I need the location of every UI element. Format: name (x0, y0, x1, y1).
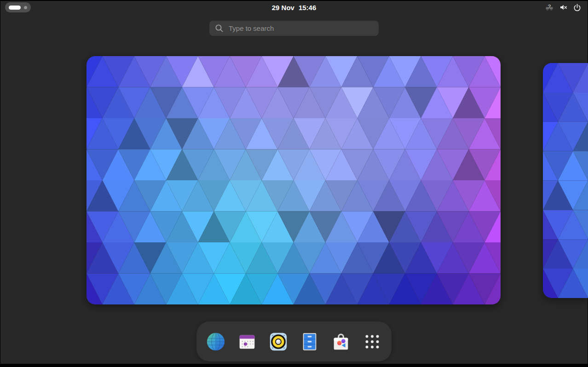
music-speaker-icon (268, 331, 289, 353)
workspace-preview-next[interactable] (543, 63, 588, 298)
dock-item-web-browser[interactable] (205, 331, 227, 353)
gnome-activities-overview: 29 Nov 15:46 ? (0, 0, 588, 367)
dash (196, 321, 392, 361)
calendar-icon (236, 331, 258, 352)
clock-date: 29 Nov (272, 4, 294, 11)
workspace-dot (24, 6, 27, 9)
dock-item-music[interactable] (267, 331, 289, 353)
app-grid-icon (362, 331, 383, 352)
dock-item-app-grid[interactable] (361, 331, 383, 353)
wallpaper (86, 56, 501, 304)
dock-item-software[interactable] (330, 331, 352, 353)
network-question-badge: ? (548, 4, 551, 9)
volume-muted-icon (559, 4, 567, 11)
search-entry[interactable] (209, 21, 379, 36)
wallpaper (543, 63, 588, 298)
workspace-preview-current[interactable] (86, 56, 501, 304)
dock-item-calendar[interactable] (236, 331, 258, 353)
web-browser-icon (205, 331, 226, 352)
quick-settings-button[interactable]: ? (543, 1, 583, 14)
search-icon (215, 24, 224, 33)
workspace-indicator[interactable] (5, 2, 31, 12)
workspace-active-pill (9, 6, 21, 10)
power-icon (573, 4, 581, 11)
clock-time: 15:46 (299, 4, 316, 11)
network-unknown-icon: ? (545, 4, 553, 11)
files-icon (299, 331, 320, 352)
software-icon (330, 331, 352, 352)
search-input[interactable] (228, 24, 373, 33)
clock-button[interactable]: 29 Nov 15:46 (272, 1, 317, 14)
top-bar: 29 Nov 15:46 ? (0, 1, 588, 14)
dock-item-files[interactable] (299, 331, 321, 353)
